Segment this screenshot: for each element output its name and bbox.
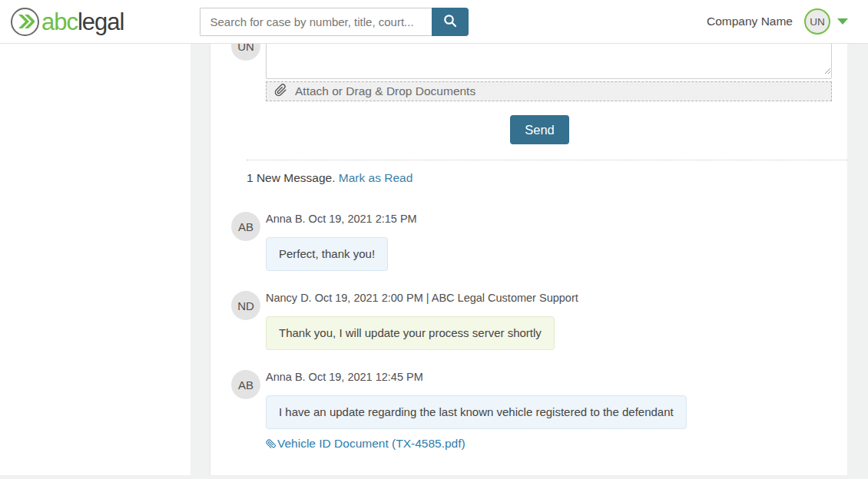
divider xyxy=(247,160,847,160)
message-item: ND Nancy D. Oct 19, 2021 2:00 PM | ABC L… xyxy=(231,291,847,350)
message-meta: Anna B. Oct 19, 2021 2:15 PM xyxy=(266,212,417,226)
new-message-notice: 1 New Message. Mark as Read xyxy=(247,171,847,185)
attachment-row: Vehicle ID Document (TX-4585.pdf) xyxy=(266,437,687,451)
message-meta: Nancy D. Oct 19, 2021 2:00 PM | ABC Lega… xyxy=(266,291,578,305)
paperclip-icon xyxy=(274,83,287,101)
mark-as-read-link[interactable]: Mark as Read xyxy=(339,171,412,184)
account-area: Company Name UN xyxy=(707,8,848,35)
left-panel xyxy=(0,44,190,475)
new-message-text: 1 New Message. xyxy=(247,171,335,184)
message-meta: Anna B. Oct 19, 2021 12:45 PM xyxy=(266,370,687,384)
attach-dropzone[interactable]: Attach or Drag & Drop Documents xyxy=(266,81,832,101)
logo-chevrons-icon xyxy=(11,8,39,36)
send-button[interactable]: Send xyxy=(510,115,569,144)
compose-row: UN Attach or Drag & xyxy=(231,44,847,101)
case-search xyxy=(200,8,469,36)
message-item: AB Anna B. Oct 19, 2021 2:15 PM Perfect,… xyxy=(231,212,847,271)
search-button[interactable] xyxy=(432,8,469,36)
page-background: UN Attach or Drag & xyxy=(0,44,868,479)
chevron-down-icon[interactable] xyxy=(837,18,848,25)
message-item: AB Anna B. Oct 19, 2021 12:45 PM I have … xyxy=(231,370,847,451)
sender-avatar: AB xyxy=(231,370,260,399)
message-textarea[interactable] xyxy=(266,44,832,79)
message-bubble: Thank you, I will update your process se… xyxy=(266,316,555,350)
compose-avatar: UN xyxy=(231,44,260,61)
attach-label: Attach or Drag & Drop Documents xyxy=(295,84,475,98)
paperclip-icon xyxy=(266,439,276,449)
sender-avatar: AB xyxy=(231,212,260,241)
logo-text: abclegal xyxy=(41,10,124,34)
company-name[interactable]: Company Name xyxy=(707,15,793,28)
panel-gap xyxy=(190,44,210,479)
message-bubble: I have an update regarding the last know… xyxy=(266,395,687,429)
attachment-link[interactable]: Vehicle ID Document (TX-4585.pdf) xyxy=(277,437,465,451)
search-input[interactable] xyxy=(200,8,432,36)
sender-avatar: ND xyxy=(231,291,260,320)
message-bubble: Perfect, thank you! xyxy=(266,237,388,271)
abclegal-logo[interactable]: abclegal xyxy=(11,8,124,36)
user-avatar[interactable]: UN xyxy=(804,8,830,35)
top-header: abclegal Company Name UN xyxy=(0,0,868,44)
search-icon xyxy=(442,13,458,31)
messages-panel: UN Attach or Drag & xyxy=(210,44,847,475)
